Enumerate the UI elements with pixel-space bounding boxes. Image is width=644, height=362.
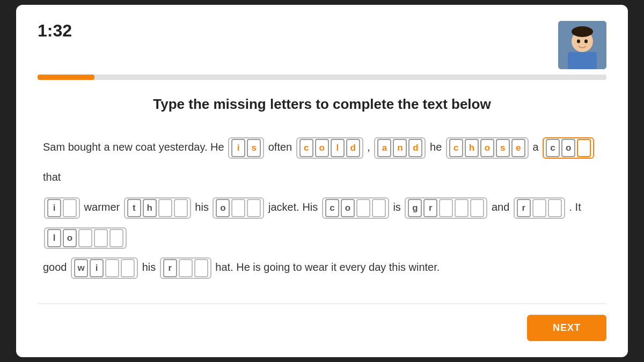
letter-se: s — [496, 139, 510, 157]
letter-r3: r — [163, 259, 177, 277]
bottom-row: NEXT — [38, 315, 606, 341]
input-blank-17[interactable] — [105, 259, 119, 277]
letter-i2: i — [47, 199, 61, 217]
header-row: 1:32 — [38, 21, 606, 69]
letter-o4: o — [341, 199, 355, 217]
svg-point-3 — [572, 26, 593, 37]
input-blank-2[interactable] — [63, 199, 77, 217]
letter-w: w — [74, 259, 88, 277]
word-o-blank: o — [213, 197, 264, 219]
letter-t: t — [127, 199, 141, 217]
letter-d2: d — [408, 139, 422, 157]
word-co-blank2: c o — [322, 197, 389, 219]
that-text: that — [43, 171, 61, 183]
input-blank-9[interactable] — [439, 199, 453, 217]
progress-bar-fill — [38, 75, 94, 80]
input-blank-13[interactable] — [548, 199, 562, 217]
svg-rect-1 — [568, 52, 597, 69]
letter-n: n — [393, 139, 407, 157]
instructions-text: Type the missing letters to complete the… — [38, 96, 606, 113]
letter-r: r — [423, 199, 437, 217]
letter-c1: c — [299, 139, 313, 157]
letter-d: d — [346, 139, 360, 157]
letter-o5: o — [63, 229, 77, 247]
letter-h: h — [143, 199, 157, 217]
input-blank-20[interactable] — [194, 259, 208, 277]
input-blank-14[interactable] — [78, 229, 92, 247]
word-is: i s — [228, 137, 264, 159]
word-and: a n d — [374, 137, 426, 159]
letter-l2: l — [47, 229, 61, 247]
input-blank-18[interactable] — [121, 259, 135, 277]
word-chose: c h o s e — [446, 137, 529, 159]
progress-bar-container — [38, 75, 606, 80]
word-gr-blank: g r — [405, 197, 487, 219]
letter-l: l — [331, 139, 345, 157]
input-blank-8[interactable] — [372, 199, 386, 217]
input-blank-10[interactable] — [455, 199, 469, 217]
letter-c3: c — [325, 199, 339, 217]
word-th-blank: t h — [124, 197, 191, 219]
word-i-blank: i — [44, 197, 80, 219]
a-text: a — [532, 141, 541, 153]
next-button[interactable]: NEXT — [527, 315, 606, 341]
letter-c2: c — [546, 139, 560, 157]
svg-point-5 — [584, 40, 588, 43]
his-text-1: his — [195, 201, 211, 213]
good-text: good — [43, 261, 70, 273]
letter-s: s — [247, 139, 261, 157]
input-blank-4[interactable] — [174, 199, 188, 217]
input-blank-19[interactable] — [179, 259, 193, 277]
is-text: is — [393, 201, 404, 213]
input-blank-1[interactable] — [577, 139, 591, 157]
input-blank-6[interactable] — [247, 199, 261, 217]
letter-g: g — [408, 199, 422, 217]
word-co-blank: c o — [543, 137, 594, 159]
input-blank-12[interactable] — [532, 199, 546, 217]
input-blank-16[interactable] — [109, 229, 123, 247]
main-card: 1:32 Type the missing letters to complet… — [16, 5, 628, 357]
word-cold: c o l d — [296, 137, 363, 159]
and2-text: and — [492, 201, 513, 213]
he-text: he — [430, 141, 445, 153]
svg-point-4 — [577, 40, 580, 43]
letter-e: e — [511, 139, 525, 157]
letter-r2: r — [517, 199, 531, 217]
timer-display: 1:32 — [38, 21, 72, 41]
jacket-text: jacket. His — [268, 201, 321, 213]
letter-i3: i — [90, 259, 104, 277]
letter-o2: o — [561, 139, 575, 157]
letter-oo: o — [480, 139, 494, 157]
input-blank-11[interactable] — [470, 199, 484, 217]
letter-i: i — [231, 139, 245, 157]
word-r-blank: r — [514, 197, 565, 219]
input-blank-5[interactable] — [231, 199, 245, 217]
word-r2-blank: r — [160, 257, 211, 279]
text-content: Sam bought a new coat yesterday. He i s … — [38, 132, 606, 282]
line1-prefix: Sam bought a new coat yesterday. He — [43, 141, 227, 153]
word-lo-blank: l o — [44, 227, 127, 249]
divider — [38, 304, 606, 304]
his-text-2: his — [142, 261, 159, 273]
input-blank-3[interactable] — [158, 199, 172, 217]
letter-ch: c — [449, 139, 463, 157]
it-text: . It — [569, 201, 581, 213]
letter-a: a — [377, 139, 391, 157]
line3-suffix: hat. He is going to wear it every day th… — [215, 261, 440, 273]
letter-ho: h — [465, 139, 479, 157]
letter-o3: o — [216, 199, 230, 217]
avatar — [558, 21, 606, 69]
comma-text: , — [367, 141, 373, 153]
warmer-text: warmer — [84, 201, 123, 213]
input-blank-15[interactable] — [94, 229, 108, 247]
often-text: often — [268, 141, 295, 153]
letter-o1: o — [315, 139, 329, 157]
input-blank-7[interactable] — [356, 199, 370, 217]
word-wi-blank: w i — [71, 257, 138, 279]
